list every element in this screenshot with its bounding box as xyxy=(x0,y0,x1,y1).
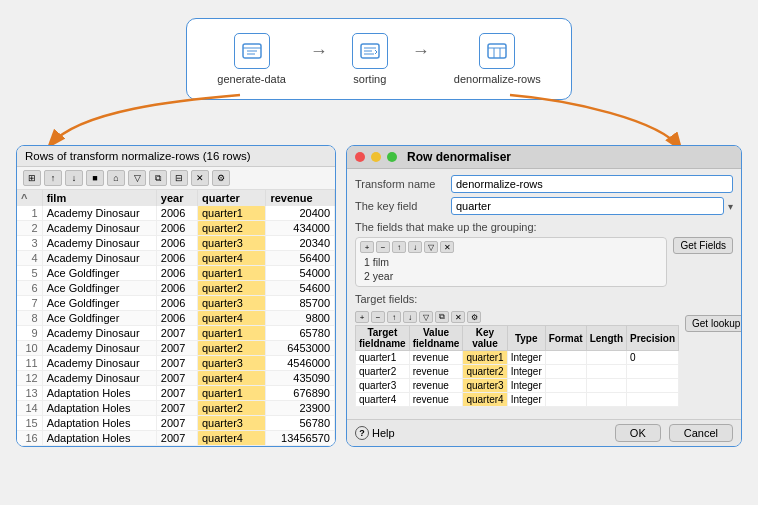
target-fields-label: Target fields: xyxy=(355,293,733,305)
tgt-cell-length xyxy=(586,379,626,393)
node-denormalize-label: denormalize-rows xyxy=(454,73,541,85)
col-header-quarter: quarter xyxy=(197,190,266,206)
cell-quarter: quarter3 xyxy=(197,296,266,311)
cell-num: 14 xyxy=(17,401,42,416)
help-icon[interactable]: ? xyxy=(355,426,369,440)
cell-quarter: quarter4 xyxy=(197,311,266,326)
cell-quarter: quarter2 xyxy=(197,401,266,416)
cell-revenue: 23900 xyxy=(266,401,335,416)
tb-settings-btn[interactable]: ⚙ xyxy=(212,170,230,186)
cell-film: Adaptation Holes xyxy=(42,386,156,401)
cell-quarter: quarter2 xyxy=(197,341,266,356)
tgt-copy-btn[interactable]: ⧉ xyxy=(435,311,449,323)
tgt-settings-btn[interactable]: ⚙ xyxy=(467,311,481,323)
table-row: 2 Academy Dinosaur 2006 quarter2 434000 xyxy=(17,221,335,236)
cell-year: 2007 xyxy=(156,401,197,416)
tb-copy-btn[interactable]: ⧉ xyxy=(149,170,167,186)
tb-funnel-btn[interactable]: ▽ xyxy=(128,170,146,186)
cell-num: 15 xyxy=(17,416,42,431)
cell-revenue: 20340 xyxy=(266,236,335,251)
cell-revenue: 56400 xyxy=(266,251,335,266)
grouping-up-btn[interactable]: ↑ xyxy=(392,241,406,253)
cell-num: 13 xyxy=(17,386,42,401)
ok-button[interactable]: OK xyxy=(615,424,661,442)
target-col-header: Value fieldname xyxy=(409,326,463,351)
denorm-title: Row denormaliser xyxy=(407,150,511,164)
cell-film: Academy Dinosaur xyxy=(42,251,156,266)
target-col-header: Precision xyxy=(627,326,679,351)
cell-year: 2006 xyxy=(156,251,197,266)
denorm-titlebar: Row denormaliser xyxy=(347,146,741,169)
tb-filter-btn[interactable]: ⊞ xyxy=(23,170,41,186)
node-denormalize-rows[interactable]: denormalize-rows xyxy=(454,33,541,85)
cell-quarter: quarter1 xyxy=(197,206,266,221)
tgt-cell-length xyxy=(586,365,626,379)
cell-revenue: 676890 xyxy=(266,386,335,401)
key-field-input[interactable] xyxy=(451,197,724,215)
tgt-cell-precision xyxy=(627,393,679,407)
cell-year: 2007 xyxy=(156,356,197,371)
tb-down-btn[interactable]: ↓ xyxy=(65,170,83,186)
tb-stop-btn[interactable]: ■ xyxy=(86,170,104,186)
cell-revenue: 65780 xyxy=(266,326,335,341)
cell-num: 8 xyxy=(17,311,42,326)
denorm-panel: Row denormaliser Transform name The key … xyxy=(346,145,742,447)
tgt-up-btn[interactable]: ↑ xyxy=(387,311,401,323)
tb-delete-btn[interactable]: ✕ xyxy=(191,170,209,186)
grouping-list: 1 film 2 year xyxy=(360,255,662,283)
cell-year: 2006 xyxy=(156,266,197,281)
cell-num: 2 xyxy=(17,221,42,236)
cancel-button[interactable]: Cancel xyxy=(669,424,733,442)
grouping-filter-btn[interactable]: ▽ xyxy=(424,241,438,253)
cell-quarter: quarter2 xyxy=(197,281,266,296)
cell-year: 2007 xyxy=(156,341,197,356)
grouping-remove-btn[interactable]: − xyxy=(376,241,390,253)
get-lookup-button[interactable]: Get lookup fields xyxy=(685,315,742,332)
bottom-area: Rows of transform normalize-rows (16 row… xyxy=(8,145,750,447)
cell-film: Ace Goldfinger xyxy=(42,296,156,311)
grouping-dn-btn[interactable]: ↓ xyxy=(408,241,422,253)
tgt-dn-btn[interactable]: ↓ xyxy=(403,311,417,323)
tgt-cell-target: quarter2 xyxy=(356,365,410,379)
node-sorting[interactable]: sorting xyxy=(352,33,388,85)
sorting-icon xyxy=(352,33,388,69)
get-fields-button[interactable]: Get Fields xyxy=(673,237,733,254)
help-label: Help xyxy=(372,427,395,439)
tb-up-btn[interactable]: ↑ xyxy=(44,170,62,186)
tgt-cell-type: Integer xyxy=(507,365,545,379)
cell-revenue: 85700 xyxy=(266,296,335,311)
tgt-filter-btn[interactable]: ▽ xyxy=(419,311,433,323)
cell-quarter: quarter3 xyxy=(197,236,266,251)
table-row: 15 Adaptation Holes 2007 quarter3 56780 xyxy=(17,416,335,431)
cell-num: 6 xyxy=(17,281,42,296)
tgt-cell-key: quarter3 xyxy=(463,379,507,393)
tgt-cell-format xyxy=(545,365,586,379)
tgt-cell-value: revenue xyxy=(409,351,463,365)
tgt-x-btn[interactable]: ✕ xyxy=(451,311,465,323)
table-row: 8 Ace Goldfinger 2006 quarter4 9800 xyxy=(17,311,335,326)
cell-year: 2006 xyxy=(156,206,197,221)
grouping-x-btn[interactable]: ✕ xyxy=(440,241,454,253)
table-row: 11 Academy Dinosaur 2007 quarter3 454600… xyxy=(17,356,335,371)
transform-name-input[interactable] xyxy=(451,175,733,193)
col-header-film: film xyxy=(42,190,156,206)
tb-grid-btn[interactable]: ⊟ xyxy=(170,170,188,186)
cell-year: 2007 xyxy=(156,416,197,431)
tgt-add-btn[interactable]: + xyxy=(355,311,369,323)
transform-name-label: Transform name xyxy=(355,178,445,190)
col-header-num: ^ xyxy=(17,190,42,206)
node-generate-data[interactable]: generate-data xyxy=(217,33,286,85)
cell-revenue: 9800 xyxy=(266,311,335,326)
cell-quarter: quarter1 xyxy=(197,326,266,341)
traffic-light-yellow[interactable] xyxy=(371,152,381,162)
pipeline-area: generate-data → sorting → xyxy=(0,0,758,100)
tgt-cell-type: Integer xyxy=(507,393,545,407)
table-panel: Rows of transform normalize-rows (16 row… xyxy=(16,145,336,447)
grouping-add-btn[interactable]: + xyxy=(360,241,374,253)
traffic-light-green[interactable] xyxy=(387,152,397,162)
key-field-dropdown-arrow: ▾ xyxy=(728,201,733,212)
tgt-rem-btn[interactable]: − xyxy=(371,311,385,323)
cell-num: 9 xyxy=(17,326,42,341)
traffic-light-red[interactable] xyxy=(355,152,365,162)
tb-sort-btn[interactable]: ⌂ xyxy=(107,170,125,186)
